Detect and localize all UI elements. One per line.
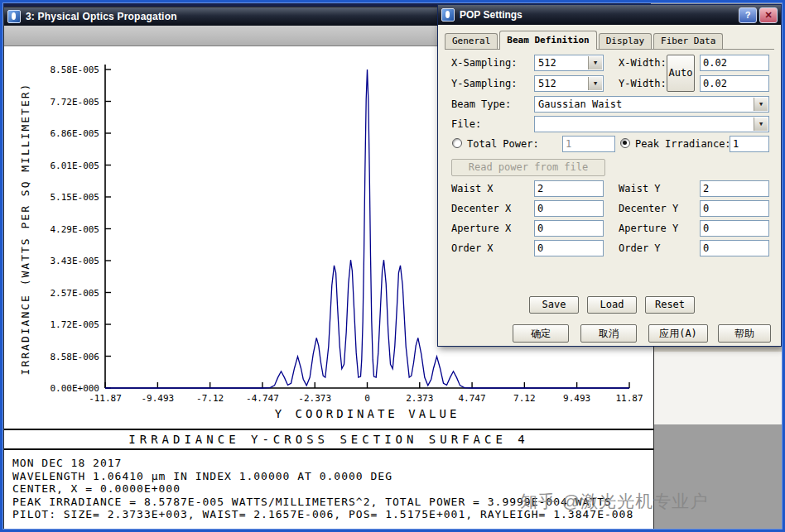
aperture-x-label: Aperture X <box>451 223 511 234</box>
dialog-tabs: General Beam Definition Display Fiber Da… <box>445 30 774 50</box>
total-power-radio[interactable] <box>452 138 462 148</box>
svg-text:7.12: 7.12 <box>513 393 536 404</box>
decenter-y-label: Decenter Y <box>619 203 678 214</box>
x-width-input[interactable] <box>700 55 769 71</box>
svg-text:11.87: 11.87 <box>615 393 643 404</box>
total-power-label: Total Power: <box>467 138 539 150</box>
aperture-x-input[interactable] <box>534 220 604 237</box>
peak-irradiance-input[interactable] <box>730 136 769 152</box>
x-sampling-label: X-Sampling: <box>451 57 517 69</box>
svg-text:-7.12: -7.12 <box>196 393 224 404</box>
background-panel <box>654 347 783 424</box>
app-icon <box>7 10 21 23</box>
read-power-from-file-button: Read power from file <box>451 159 605 176</box>
svg-text:6.86E-005: 6.86E-005 <box>50 128 99 139</box>
beam-type-value: Gaussian Waist <box>538 98 622 110</box>
help-titlebar-button[interactable]: ? <box>739 7 757 23</box>
dialog-title: POP Settings <box>460 9 736 21</box>
aperture-y-label: Aperture Y <box>619 223 678 234</box>
svg-text:2.57E-005: 2.57E-005 <box>50 288 99 299</box>
close-icon[interactable]: ✕ <box>759 7 778 23</box>
y-sampling-label: Y-Sampling: <box>451 78 517 89</box>
chevron-down-icon[interactable]: ▼ <box>754 117 768 131</box>
order-y-input[interactable] <box>700 240 769 256</box>
watermark: 知乎 @激光光机专业户 <box>520 490 708 513</box>
svg-text:IRRADIANCE (WATTS PER SQ MILLI: IRRADIANCE (WATTS PER SQ MILLIMETER) <box>19 83 31 376</box>
svg-text:3.43E-005: 3.43E-005 <box>50 256 99 266</box>
svg-text:9.493: 9.493 <box>563 393 590 404</box>
ok-button[interactable]: 确定 <box>513 324 569 343</box>
x-width-label: X-Width: <box>619 57 667 69</box>
order-x-input[interactable] <box>534 240 604 256</box>
reset-button[interactable]: Reset <box>645 296 695 314</box>
peak-irradiance-label: Peak Irradiance: <box>635 138 731 150</box>
waist-x-input[interactable] <box>534 180 604 197</box>
svg-text:0: 0 <box>364 393 370 404</box>
decenter-x-label: Decenter X <box>451 203 511 214</box>
tab-general[interactable]: General <box>445 33 498 49</box>
svg-text:-2.373: -2.373 <box>298 393 331 404</box>
y-width-label: Y-Width: <box>619 78 667 89</box>
svg-text:6.01E-005: 6.01E-005 <box>50 161 99 171</box>
svg-text:-9.493: -9.493 <box>142 393 175 404</box>
file-select[interactable]: ▼ <box>534 116 769 132</box>
svg-text:8.58E-006: 8.58E-006 <box>50 352 99 362</box>
order-x-label: Order X <box>451 242 494 254</box>
order-y-label: Order Y <box>619 242 661 254</box>
dialog-titlebar[interactable]: POP Settings ? ✕ <box>438 5 781 25</box>
y-width-input[interactable] <box>700 75 769 92</box>
load-button[interactable]: Load <box>587 296 637 314</box>
x-sampling-select[interactable]: 512 ▼ <box>534 55 604 71</box>
y-sampling-value: 512 <box>538 78 556 89</box>
dialog-icon <box>441 8 455 22</box>
svg-text:2.373: 2.373 <box>406 393 433 404</box>
apply-button[interactable]: 应用(A) <box>648 324 708 343</box>
svg-text:4.747: 4.747 <box>459 393 486 404</box>
beam-type-select[interactable]: Gaussian Waist ▼ <box>534 96 769 113</box>
cancel-button[interactable]: 取消 <box>580 324 637 343</box>
footer-line-date: MON DEC 18 2017 <box>12 457 653 470</box>
svg-text:5.15E-005: 5.15E-005 <box>50 192 99 203</box>
tab-fiber-data[interactable]: Fiber Data <box>653 33 723 49</box>
plot-title-band: IRRADIANCE Y-CROSS SECTION SURFACE 4 <box>4 429 653 450</box>
total-power-input <box>562 136 615 152</box>
save-button[interactable]: Save <box>529 296 579 314</box>
waist-x-label: Waist X <box>451 183 494 194</box>
chevron-down-icon[interactable]: ▼ <box>754 98 768 111</box>
beam-type-label: Beam Type: <box>451 98 511 110</box>
svg-text:7.72E-005: 7.72E-005 <box>50 97 99 108</box>
svg-text:1.72E-005: 1.72E-005 <box>50 319 99 330</box>
decenter-x-input[interactable] <box>534 200 604 217</box>
x-sampling-value: 512 <box>538 57 556 69</box>
svg-text:4.29E-005: 4.29E-005 <box>50 224 99 235</box>
tab-display[interactable]: Display <box>599 33 652 49</box>
plot-title: IRRADIANCE Y-CROSS SECTION SURFACE 4 <box>128 433 528 446</box>
pop-settings-dialog: POP Settings ? ✕ General Beam Definition… <box>437 4 782 347</box>
chevron-down-icon[interactable]: ▼ <box>588 56 602 69</box>
footer-line-wavelength: WAVELENGTH 1.06410 µm IN INDEX 1.00000 A… <box>12 470 653 483</box>
chevron-down-icon[interactable]: ▼ <box>588 77 602 90</box>
svg-text:8.58E-005: 8.58E-005 <box>50 65 99 75</box>
peak-irradiance-radio[interactable] <box>620 138 630 148</box>
svg-text:-11.87: -11.87 <box>89 393 122 404</box>
auto-button[interactable]: Auto <box>667 55 695 92</box>
aperture-y-input[interactable] <box>700 220 769 237</box>
y-sampling-select[interactable]: 512 ▼ <box>534 75 604 92</box>
tab-beam-definition[interactable]: Beam Definition <box>499 31 596 50</box>
waist-y-label: Waist Y <box>619 183 661 194</box>
decenter-y-input[interactable] <box>700 200 769 217</box>
file-label: File: <box>451 118 481 130</box>
waist-y-input[interactable] <box>700 180 769 197</box>
svg-text:Y COORDINATE VALUE: Y COORDINATE VALUE <box>275 407 460 420</box>
svg-text:-4.747: -4.747 <box>246 393 279 404</box>
help-button[interactable]: 帮助 <box>718 324 771 343</box>
window-title: 3: Physical Optics Propagation <box>26 11 177 22</box>
